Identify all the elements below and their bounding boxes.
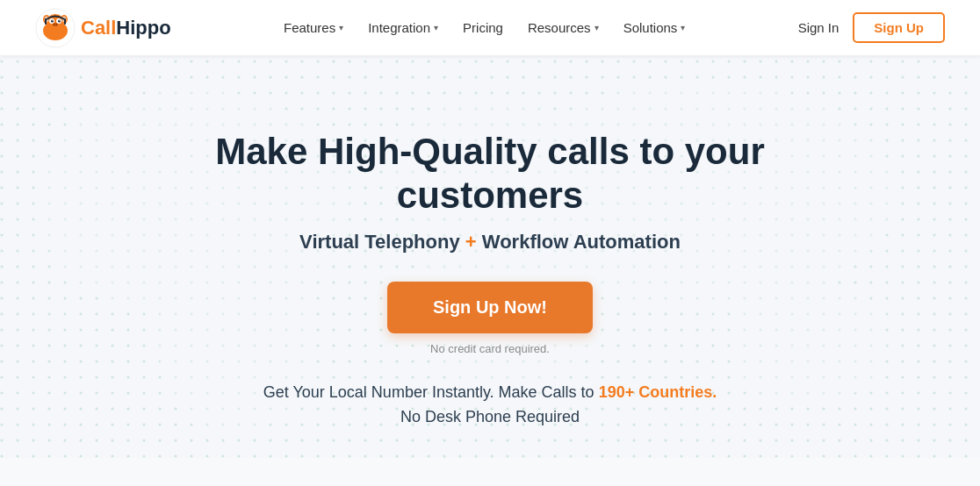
svg-point-11	[53, 20, 54, 21]
nav-item-solutions[interactable]: Solutions ▾	[623, 20, 686, 35]
logo-text: CallHippo	[81, 17, 171, 39]
navbar: CallHippo Features ▾ Integration ▾ Prici…	[0, 0, 980, 56]
logo[interactable]: CallHippo	[35, 8, 171, 48]
svg-rect-17	[64, 18, 66, 25]
signin-link[interactable]: Sign In	[798, 20, 839, 35]
chevron-down-icon: ▾	[339, 23, 343, 32]
nav-item-resources[interactable]: Resources ▾	[528, 20, 599, 35]
nav-item-pricing[interactable]: Pricing	[463, 20, 503, 35]
hero-headline: Make High-Quality calls to your customer…	[148, 130, 832, 218]
cta-signup-button[interactable]: Sign Up Now!	[387, 282, 593, 333]
nav-links: Features ▾ Integration ▾ Pricing Resourc…	[284, 20, 685, 35]
chevron-down-icon: ▾	[594, 23, 599, 32]
svg-point-9	[51, 19, 54, 22]
chevron-down-icon: ▾	[434, 23, 438, 32]
logo-icon	[35, 8, 76, 48]
nav-right: Sign In Sign Up	[798, 12, 945, 43]
no-credit-card-text: No credit card required.	[430, 342, 550, 355]
chevron-down-icon: ▾	[681, 23, 685, 32]
svg-point-10	[58, 19, 61, 22]
svg-rect-16	[45, 18, 47, 25]
hero-section: Make High-Quality calls to your customer…	[0, 56, 980, 486]
hero-subheadline: Virtual Telephony + Workflow Automation	[299, 231, 681, 254]
svg-point-12	[60, 20, 61, 21]
nav-item-features[interactable]: Features ▾	[284, 20, 343, 35]
svg-point-15	[56, 24, 58, 25]
signup-button[interactable]: Sign Up	[853, 12, 945, 43]
hero-subtext: Get Your Local Number Instantly. Make Ca…	[263, 380, 717, 431]
nav-item-integration[interactable]: Integration ▾	[368, 20, 438, 35]
svg-point-14	[54, 24, 55, 25]
